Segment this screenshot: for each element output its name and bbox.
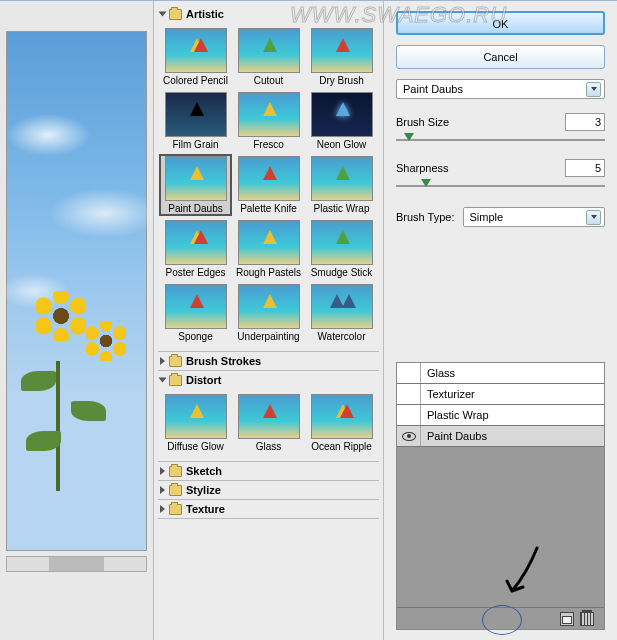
category-label: Artistic <box>186 8 224 20</box>
expand-icon <box>160 467 165 475</box>
thumb-fresco[interactable]: Fresco <box>233 91 304 151</box>
folder-icon <box>169 375 182 386</box>
brush-type-dropdown[interactable]: Simple <box>463 207 606 227</box>
folder-icon <box>169 356 182 367</box>
preview-image[interactable] <box>6 31 147 551</box>
visibility-toggle[interactable] <box>397 384 421 404</box>
thumb-palette-knife[interactable]: Palette Knife <box>233 155 304 215</box>
folder-icon <box>169 485 182 496</box>
expand-icon <box>160 357 165 365</box>
thumb-colored-pencil[interactable]: Colored Pencil <box>160 27 231 87</box>
thumb-plastic-wrap[interactable]: Plastic Wrap <box>306 155 377 215</box>
thumb-poster-edges[interactable]: Poster Edges <box>160 219 231 279</box>
thumb-diffuse-glow[interactable]: Diffuse Glow <box>160 393 231 453</box>
controls-pane: OK Cancel Paint Daubs Brush Size Sharpne… <box>384 1 617 640</box>
category-label: Texture <box>186 503 225 515</box>
category-texture[interactable]: Texture <box>158 500 379 518</box>
cancel-button[interactable]: Cancel <box>396 45 605 69</box>
category-label: Sketch <box>186 465 222 477</box>
preview-pane <box>0 1 154 640</box>
effect-layers-panel: Glass Texturizer Plastic Wrap Paint Daub… <box>396 362 605 630</box>
eye-icon <box>402 432 416 441</box>
folder-icon <box>169 504 182 515</box>
thumb-paint-daubs[interactable]: Paint Daubs <box>160 155 231 215</box>
category-stylize[interactable]: Stylize <box>158 481 379 499</box>
distort-thumbs: Diffuse Glow Glass Ocean Ripple <box>158 389 379 461</box>
thumb-glass[interactable]: Glass <box>233 393 304 453</box>
layer-row[interactable]: Texturizer <box>397 384 604 405</box>
category-artistic[interactable]: Artistic <box>158 5 379 23</box>
category-label: Brush Strokes <box>186 355 261 367</box>
layer-name: Glass <box>421 367 455 379</box>
layer-name: Paint Daubs <box>421 430 487 442</box>
thumb-cutout[interactable]: Cutout <box>233 27 304 87</box>
category-sketch[interactable]: Sketch <box>158 462 379 480</box>
category-label: Stylize <box>186 484 221 496</box>
folder-icon <box>169 466 182 477</box>
brush-type-label: Brush Type: <box>396 211 455 223</box>
thumb-underpainting[interactable]: Underpainting <box>233 283 304 343</box>
filter-gallery: Artistic Colored Pencil Cutout Dry Brush… <box>154 1 384 640</box>
filter-dropdown[interactable]: Paint Daubs <box>396 79 605 99</box>
expand-icon <box>159 378 167 383</box>
thumb-watercolor[interactable]: Watercolor <box>306 283 377 343</box>
visibility-toggle[interactable] <box>397 405 421 425</box>
thumb-dry-brush[interactable]: Dry Brush <box>306 27 377 87</box>
thumb-neon-glow[interactable]: Neon Glow <box>306 91 377 151</box>
category-brush-strokes[interactable]: Brush Strokes <box>158 352 379 370</box>
folder-icon <box>169 9 182 20</box>
layer-name: Texturizer <box>421 388 475 400</box>
thumb-ocean-ripple[interactable]: Ocean Ripple <box>306 393 377 453</box>
thumb-smudge-stick[interactable]: Smudge Stick <box>306 219 377 279</box>
thumb-film-grain[interactable]: Film Grain <box>160 91 231 151</box>
chevron-down-icon <box>586 210 601 225</box>
ok-button[interactable]: OK <box>396 11 605 35</box>
layer-row[interactable]: Paint Daubs <box>397 426 604 447</box>
brush-type-value: Simple <box>470 211 587 223</box>
preview-scrollbar[interactable] <box>6 556 147 572</box>
expand-icon <box>160 486 165 494</box>
chevron-down-icon <box>586 82 601 97</box>
delete-effect-layer-button[interactable] <box>580 612 594 626</box>
filter-dropdown-value: Paint Daubs <box>403 83 586 95</box>
thumb-rough-pastels[interactable]: Rough Pastels <box>233 219 304 279</box>
layers-footer <box>397 607 604 629</box>
brush-size-input[interactable] <box>565 113 605 131</box>
sharpness-label: Sharpness <box>396 162 449 174</box>
sharpness-slider[interactable] <box>396 179 605 193</box>
category-label: Distort <box>186 374 221 386</box>
thumb-sponge[interactable]: Sponge <box>160 283 231 343</box>
artistic-thumbs: Colored Pencil Cutout Dry Brush Film Gra… <box>158 23 379 351</box>
layer-row[interactable]: Plastic Wrap <box>397 405 604 426</box>
brush-size-label: Brush Size <box>396 116 449 128</box>
filter-gallery-window: Artistic Colored Pencil Cutout Dry Brush… <box>0 0 617 640</box>
visibility-toggle[interactable] <box>397 426 421 446</box>
expand-icon <box>159 12 167 17</box>
expand-icon <box>160 505 165 513</box>
brush-size-slider[interactable] <box>396 133 605 147</box>
sharpness-input[interactable] <box>565 159 605 177</box>
layer-name: Plastic Wrap <box>421 409 489 421</box>
visibility-toggle[interactable] <box>397 363 421 383</box>
layer-row[interactable]: Glass <box>397 363 604 384</box>
new-effect-layer-button[interactable] <box>560 612 574 626</box>
category-distort[interactable]: Distort <box>158 371 379 389</box>
effect-layers-list: Glass Texturizer Plastic Wrap Paint Daub… <box>397 363 604 607</box>
